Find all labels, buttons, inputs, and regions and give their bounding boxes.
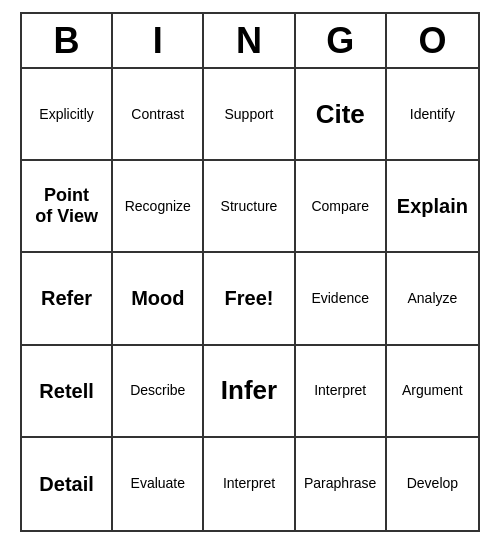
bingo-cell-22: Interpret [204,438,295,530]
cell-text-15: Retell [39,379,93,403]
bingo-cell-24: Develop [387,438,478,530]
bingo-cell-8: Compare [296,161,387,253]
cell-text-10: Refer [41,286,92,310]
header-letter-I: I [113,14,204,69]
cell-text-23: Paraphrase [304,475,376,492]
bingo-cell-14: Analyze [387,253,478,345]
cell-text-22: Interpret [223,475,275,492]
cell-text-13: Evidence [311,290,369,307]
bingo-cell-21: Evaluate [113,438,204,530]
bingo-cell-17: Infer [204,346,295,438]
cell-text-24: Develop [407,475,458,492]
cell-text-1: Contrast [131,106,184,123]
cell-text-8: Compare [311,198,369,215]
cell-text-16: Describe [130,382,185,399]
bingo-cell-7: Structure [204,161,295,253]
cell-text-0: Explicitly [39,106,93,123]
bingo-cell-0: Explicitly [22,69,113,161]
header-letter-B: B [22,14,113,69]
bingo-cell-3: Cite [296,69,387,161]
bingo-cell-4: Identify [387,69,478,161]
cell-text-6: Recognize [125,198,191,215]
cell-text-9: Explain [397,194,468,218]
bingo-cell-18: Interpret [296,346,387,438]
cell-text-18: Interpret [314,382,366,399]
cell-text-12: Free! [225,286,274,310]
bingo-header: BINGO [20,12,480,69]
cell-text-5: Point of View [35,185,98,228]
bingo-cell-2: Support [204,69,295,161]
bingo-cell-9: Explain [387,161,478,253]
cell-text-3: Cite [316,99,365,130]
header-letter-O: O [387,14,478,69]
bingo-cell-16: Describe [113,346,204,438]
bingo-cell-15: Retell [22,346,113,438]
bingo-cell-11: Mood [113,253,204,345]
bingo-cell-10: Refer [22,253,113,345]
cell-text-21: Evaluate [131,475,185,492]
bingo-cell-13: Evidence [296,253,387,345]
bingo-cell-1: Contrast [113,69,204,161]
bingo-cell-6: Recognize [113,161,204,253]
bingo-cell-12: Free! [204,253,295,345]
cell-text-20: Detail [39,472,93,496]
bingo-grid: ExplicitlyContrastSupportCiteIdentifyPoi… [20,69,480,532]
cell-text-14: Analyze [407,290,457,307]
cell-text-19: Argument [402,382,463,399]
cell-text-4: Identify [410,106,455,123]
header-letter-N: N [204,14,295,69]
cell-text-2: Support [224,106,273,123]
bingo-card: BINGO ExplicitlyContrastSupportCiteIdent… [20,12,480,532]
cell-text-17: Infer [221,375,277,406]
cell-text-7: Structure [221,198,278,215]
bingo-cell-19: Argument [387,346,478,438]
bingo-cell-23: Paraphrase [296,438,387,530]
header-letter-G: G [296,14,387,69]
bingo-cell-20: Detail [22,438,113,530]
cell-text-11: Mood [131,286,184,310]
bingo-cell-5: Point of View [22,161,113,253]
